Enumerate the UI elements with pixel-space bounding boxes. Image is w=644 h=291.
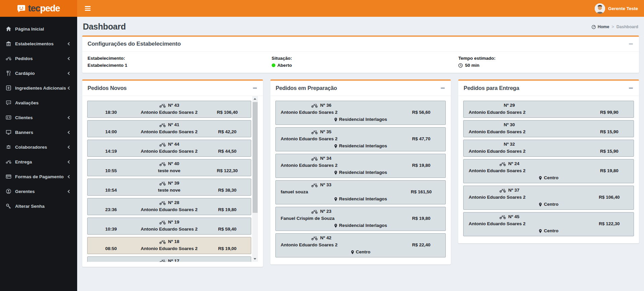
order-main-row: 08:50 Antonio Eduardo Soares 2 R$ 19,00 bbox=[91, 245, 248, 252]
sidebar-item[interactable]: Pedidos bbox=[0, 51, 77, 66]
sidebar-item[interactable]: Ingredientes Adicionais bbox=[0, 81, 77, 95]
order-customer: Antonio Eduardo Soares 2 bbox=[467, 148, 588, 155]
order-customer: Antonio Eduardo Soares 2 bbox=[467, 194, 588, 201]
order-card[interactable]: Nº 28 23:36 Antonio Eduardo Soares 2 R$ … bbox=[87, 198, 251, 215]
order-main-row: 10:39 Antonio Eduardo Soares 2 R$ 59,40 bbox=[91, 226, 248, 233]
order-card[interactable]: Nº 18 08:50 Antonio Eduardo Soares 2 R$ … bbox=[87, 237, 251, 254]
sidebar-menu: Página Inicial Estabelecimentos Pedidos … bbox=[0, 21, 77, 213]
order-card[interactable]: Nº 41 14:00 Antonio Eduardo Soares 2 R$ … bbox=[87, 120, 251, 137]
scroll-up-button[interactable] bbox=[252, 96, 258, 102]
establishment-settings-body: Estabelecimento: Estabelecimento 1 Situa… bbox=[82, 52, 639, 73]
order-customer: Antonio Eduardo Soares 2 bbox=[467, 221, 588, 227]
order-card[interactable]: Nº 24 Antonio Eduardo Soares 2 R$ 19,80 … bbox=[463, 159, 634, 183]
chevron-left-icon bbox=[68, 71, 71, 75]
order-location: Centro bbox=[467, 228, 631, 234]
order-card[interactable]: Nº 29 Antonio Eduardo Soares 2 R$ 99,90 bbox=[463, 101, 634, 118]
order-card[interactable]: Nº 36 Antonio Eduardo Soares 2 R$ 56,60 … bbox=[275, 101, 446, 125]
scroll-down-button[interactable] bbox=[252, 256, 258, 262]
order-location: Residencial Interlagos bbox=[279, 116, 443, 123]
order-time: 10:54 bbox=[91, 187, 131, 194]
order-header: Nº 35 bbox=[279, 129, 364, 135]
order-time: 14:19 bbox=[91, 148, 131, 155]
motorcycle-icon bbox=[159, 162, 166, 166]
order-number: Nº 28 bbox=[168, 199, 179, 206]
order-card[interactable]: Nº 37 Antonio Eduardo Soares 2 R$ 106,40… bbox=[463, 186, 634, 210]
logo-text-tec: tec bbox=[28, 3, 40, 13]
sidebar-item[interactable]: Cardápio bbox=[0, 66, 77, 81]
order-time: 10:55 bbox=[91, 167, 131, 174]
order-location-label: Centro bbox=[544, 175, 558, 181]
order-customer: Antonio Eduardo Soares 2 bbox=[467, 167, 588, 174]
order-location: Residencial Interlagos bbox=[279, 196, 443, 202]
breadcrumb-home-link[interactable]: Home bbox=[591, 25, 609, 29]
order-customer: Antonio Eduardo Soares 2 bbox=[131, 129, 207, 135]
order-card[interactable]: Nº 34 Antonio Eduardo Soares 2 R$ 19,80 … bbox=[275, 154, 446, 178]
establishment-settings-header: Configurações do Estabelecimento bbox=[82, 37, 639, 52]
collapse-button[interactable] bbox=[628, 42, 634, 46]
panel-body: Nº 29 Antonio Eduardo Soares 2 R$ 99,90 … bbox=[458, 96, 639, 243]
order-customer: Antonio Eduardo Soares 2 bbox=[131, 226, 207, 233]
scroll-up-arrow-icon bbox=[254, 98, 256, 100]
order-card[interactable]: Nº 40 10:55 teste nove R$ 122,30 bbox=[87, 159, 251, 176]
sidebar-item[interactable]: Avaliações bbox=[0, 95, 77, 110]
order-number: Nº 17 bbox=[168, 258, 179, 262]
order-card[interactable]: Nº 35 Antonio Eduardo Soares 2 R$ 47,70 … bbox=[275, 127, 446, 151]
motorcycle-icon bbox=[311, 209, 318, 214]
sidebar-item[interactable]: Clientes bbox=[0, 110, 77, 125]
motorcycle-icon bbox=[499, 215, 506, 219]
sidebar-item[interactable]: Gerentes bbox=[0, 184, 77, 199]
order-card[interactable]: Nº 17 bbox=[87, 256, 251, 262]
order-price: R$ 42,20 bbox=[207, 129, 248, 135]
scrollbar[interactable] bbox=[252, 96, 258, 262]
order-card[interactable]: Nº 44 14:19 Antonio Eduardo Soares 2 R$ … bbox=[87, 140, 251, 157]
collapse-button[interactable] bbox=[628, 86, 634, 90]
order-time: 08:50 bbox=[91, 245, 131, 252]
collapse-button[interactable] bbox=[252, 86, 258, 90]
sidebar-item[interactable]: Colaboradores bbox=[0, 140, 77, 154]
sidebar-item-icon bbox=[6, 100, 11, 105]
order-card[interactable]: Nº 42 Antonio Eduardo Soares 2 R$ 22,40 … bbox=[275, 233, 446, 257]
order-price: R$ 44,50 bbox=[207, 148, 248, 155]
scrollbar-thumb[interactable] bbox=[253, 102, 258, 213]
order-price: R$ 19,80 bbox=[207, 206, 248, 213]
status-open-dot bbox=[272, 63, 275, 67]
order-card[interactable]: Nº 23 Fanuel Crispim de Souza R$ 19,80 R… bbox=[275, 207, 446, 231]
order-card[interactable]: Nº 45 Antonio Eduardo Soares 2 R$ 122,30… bbox=[463, 212, 634, 236]
motorcycle-icon bbox=[159, 123, 166, 127]
order-header: Nº 40 bbox=[91, 160, 248, 167]
orders-list: Nº 36 Antonio Eduardo Soares 2 R$ 56,60 … bbox=[275, 101, 446, 257]
panel-title: Pedidos para Entrega bbox=[464, 85, 519, 91]
scroll-down-arrow-icon bbox=[254, 258, 256, 260]
collapse-button[interactable] bbox=[440, 86, 445, 90]
motorcycle-icon bbox=[159, 181, 166, 186]
order-location: Centro bbox=[467, 175, 631, 181]
order-card[interactable]: Nº 33 fanuel souza R$ 161,50 Residencial… bbox=[275, 180, 446, 204]
order-number: Nº 35 bbox=[320, 129, 331, 135]
sidebar-item-label: Cardápio bbox=[15, 71, 35, 76]
order-number: Nº 36 bbox=[320, 102, 331, 109]
order-card[interactable]: Nº 39 10:54 teste nove R$ 38,30 bbox=[87, 179, 251, 196]
chevron-left-icon bbox=[68, 42, 71, 45]
app-logo[interactable]: tecpede bbox=[0, 0, 77, 17]
order-location-label: Residencial Interlagos bbox=[339, 222, 387, 229]
order-customer: Antonio Eduardo Soares 2 bbox=[467, 109, 588, 116]
order-card[interactable]: Nº 43 18:30 Antonio Eduardo Soares 2 R$ … bbox=[87, 101, 251, 118]
sidebar-item[interactable]: Estabelecimentos bbox=[0, 36, 77, 51]
sidebar-item[interactable]: Página Inicial bbox=[0, 21, 77, 36]
order-card[interactable]: Nº 32 Antonio Eduardo Soares 2 R$ 15,90 bbox=[463, 140, 634, 157]
order-header: Nº 32 bbox=[467, 141, 552, 148]
order-card[interactable]: Nº 19 10:39 Antonio Eduardo Soares 2 R$ … bbox=[87, 217, 251, 235]
order-location-label: Residencial Interlagos bbox=[339, 116, 387, 123]
sidebar-item[interactable]: Alterar Senha bbox=[0, 199, 77, 213]
sidebar-item[interactable]: Formas de Pagamento bbox=[0, 169, 77, 184]
sidebar-item[interactable]: Entrega bbox=[0, 154, 77, 169]
order-customer: Antonio Eduardo Soares 2 bbox=[279, 162, 400, 169]
order-number: Nº 39 bbox=[168, 180, 179, 187]
order-main-row: 10:54 teste nove R$ 38,30 bbox=[91, 187, 248, 194]
order-number: Nº 41 bbox=[168, 122, 179, 128]
user-menu[interactable]: Gerente Teste bbox=[595, 3, 638, 14]
order-number: Nº 19 bbox=[168, 219, 179, 226]
order-card[interactable]: Nº 30 Antonio Eduardo Soares 2 R$ 15,90 bbox=[463, 120, 634, 137]
sidebar-item[interactable]: Banners bbox=[0, 125, 77, 140]
sidebar-toggle-button[interactable] bbox=[83, 4, 93, 13]
